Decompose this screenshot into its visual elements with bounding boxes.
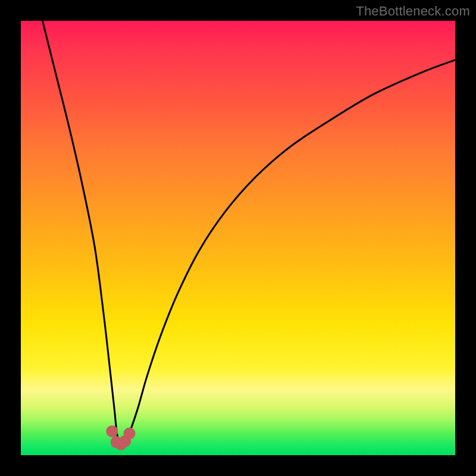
curve-marker [124, 428, 136, 440]
curve-marker [106, 425, 118, 437]
plot-area [21, 21, 455, 455]
curve-markers [106, 425, 135, 450]
bottleneck-curve-svg [21, 21, 455, 455]
bottleneck-curve [43, 21, 456, 444]
chart-frame: TheBottleneck.com [0, 0, 476, 476]
watermark-text: TheBottleneck.com [356, 4, 470, 19]
